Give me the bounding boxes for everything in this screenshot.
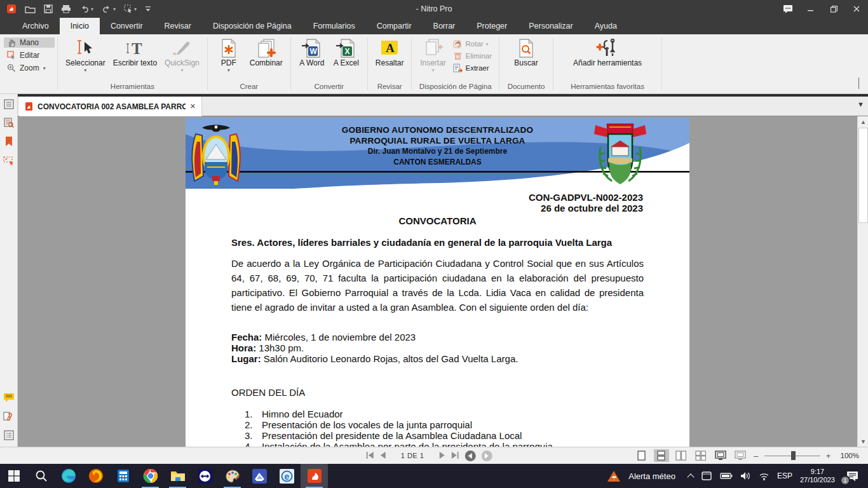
tablet-mode-icon[interactable] [701, 471, 712, 481]
bookmarks-panel-button[interactable] [4, 136, 13, 149]
collapse-ribbon-button[interactable] [858, 78, 859, 90]
scrollbar-thumb[interactable] [858, 128, 868, 223]
search-panel-button[interactable] [4, 118, 14, 130]
select-button[interactable]: Seleccionar ▾ [62, 37, 109, 74]
hand-tool-button[interactable]: Mano [4, 37, 55, 48]
edit-tool-button[interactable]: Editar [4, 50, 55, 60]
attachments-panel-button[interactable] [3, 411, 14, 424]
tab-inicio[interactable]: Inicio [60, 18, 100, 34]
taskbar-clock[interactable]: 9:17 27/10/2023 [800, 468, 835, 484]
scanner-icon [252, 469, 267, 484]
battery-icon[interactable] [720, 472, 733, 480]
delete-pages-button[interactable]: Eliminar [451, 51, 494, 61]
zoom-slider[interactable] [764, 451, 820, 461]
taskbar-nitro-pro[interactable] [301, 464, 328, 488]
extract-pages-button[interactable]: Extraer [451, 63, 494, 73]
tab-revisar[interactable]: Revisar [154, 18, 202, 34]
tray-expand-icon[interactable] [687, 473, 694, 480]
pages-panel-button[interactable] [4, 99, 14, 112]
signature-field-button[interactable] [3, 155, 15, 168]
tab-borrar[interactable]: Borrar [423, 18, 466, 34]
taskbar-firefox[interactable] [82, 464, 109, 488]
tab-archivo[interactable]: Archivo [11, 18, 60, 34]
print-button[interactable] [60, 2, 72, 16]
list-panel-button[interactable] [4, 430, 14, 443]
select-tool-button[interactable]: ▾ [123, 2, 138, 16]
add-tools-button[interactable]: Añadir herramientas [570, 37, 645, 68]
svg-text:W: W [309, 47, 317, 56]
vertical-scrollbar[interactable]: ▲ ▼ [857, 116, 868, 447]
insert-pages-button[interactable]: Insertar ▾ [416, 37, 449, 74]
comments-panel-button[interactable] [3, 393, 15, 405]
scroll-up-icon[interactable]: ▲ [858, 116, 868, 127]
tab-convertir[interactable]: Convertir [100, 18, 154, 34]
to-excel-button[interactable]: X A Excel [330, 37, 363, 68]
customize-qat-button[interactable] [144, 2, 153, 16]
next-page-button[interactable] [438, 450, 445, 461]
restore-button[interactable] [822, 0, 845, 18]
zoom-slider-handle[interactable] [791, 451, 796, 460]
taskbar-file-explorer[interactable] [164, 464, 191, 488]
tab-list-dropdown-icon[interactable]: ▼ [857, 100, 864, 108]
rotate-button[interactable]: Rotar ▾ [451, 39, 494, 49]
combine-button[interactable]: Combinar [247, 37, 286, 68]
taskbar-paint[interactable] [219, 464, 246, 488]
taskbar-edge[interactable] [55, 464, 82, 488]
tab-disposicion[interactable]: Disposición de Página [202, 18, 302, 34]
search-document-button[interactable]: Buscar [510, 37, 543, 68]
chrome-icon [143, 468, 158, 484]
continuous-view-button[interactable] [654, 449, 669, 462]
taskbar-search-button[interactable] [27, 464, 55, 488]
to-word-button[interactable]: W A Word [295, 37, 329, 68]
wifi-icon[interactable] [759, 472, 770, 480]
action-center-button[interactable]: 1 [843, 466, 862, 485]
zoom-out-button[interactable]: – [752, 451, 760, 461]
taskbar-teamviewer[interactable] [191, 464, 219, 488]
tab-formularios[interactable]: Formularios [302, 18, 366, 34]
two-page-view-button[interactable] [674, 449, 689, 462]
redo-caret-icon[interactable]: ▾ [113, 6, 116, 12]
zoom-in-button[interactable]: + [825, 451, 832, 461]
history-back-button[interactable] [465, 451, 475, 461]
open-file-button[interactable] [24, 2, 37, 16]
volume-icon[interactable] [740, 471, 751, 480]
history-forward-button[interactable] [481, 451, 492, 461]
taskbar-chrome[interactable] [137, 464, 164, 488]
tab-personalizar[interactable]: Personalizar [518, 18, 583, 34]
start-button[interactable] [0, 464, 27, 488]
close-tab-icon[interactable]: ✕ [190, 102, 196, 111]
redo-button[interactable]: ▾ [100, 2, 117, 16]
document-tab[interactable]: CONVOCATORIA 002 ASAMBLEA PARROQU... ✕ [19, 97, 202, 116]
scroll-down-icon[interactable]: ▼ [858, 436, 868, 447]
taskbar-calculator[interactable] [109, 464, 137, 488]
save-button[interactable] [43, 2, 54, 16]
fit-screen-button[interactable] [713, 449, 728, 462]
single-page-view-button[interactable] [634, 449, 649, 462]
add-tools-icon [596, 38, 619, 58]
select-tool-caret-icon[interactable]: ▾ [134, 6, 137, 12]
zoom-tool-button[interactable]: Zoom ▾ [4, 63, 55, 73]
create-pdf-button[interactable]: PDF ▾ [212, 37, 245, 74]
close-window-button[interactable] [845, 0, 868, 18]
type-text-button[interactable]: T Escribir texto [110, 37, 160, 68]
feedback-icon[interactable] [776, 0, 799, 18]
document-viewport[interactable]: GOBIERNO AUTONOMO DESCENTRALIZADO PARROQ… [18, 116, 868, 447]
weather-alert-icon[interactable]: ☂ [607, 470, 621, 482]
last-page-button[interactable] [451, 450, 459, 461]
highlight-button[interactable]: A Resaltar [372, 37, 407, 68]
undo-button[interactable]: ▾ [78, 2, 95, 16]
language-indicator[interactable]: ESP [777, 471, 792, 480]
quicksign-button[interactable]: QuickSign ▾ [161, 37, 203, 74]
full-width-view-button[interactable] [733, 449, 748, 462]
tab-ayuda[interactable]: Ayuda [584, 18, 628, 34]
tab-proteger[interactable]: Proteger [466, 18, 518, 34]
quad-view-button[interactable] [693, 449, 709, 462]
weather-alert-label[interactable]: Alerta méteo [628, 471, 675, 481]
taskbar-browser-e[interactable]: e [273, 464, 301, 488]
taskbar-scanner-app[interactable] [246, 464, 273, 488]
minimize-button[interactable] [799, 0, 822, 18]
undo-caret-icon[interactable]: ▾ [91, 6, 93, 12]
previous-page-button[interactable] [380, 450, 386, 461]
first-page-button[interactable] [366, 450, 374, 461]
tab-compartir[interactable]: Compartir [366, 18, 423, 34]
